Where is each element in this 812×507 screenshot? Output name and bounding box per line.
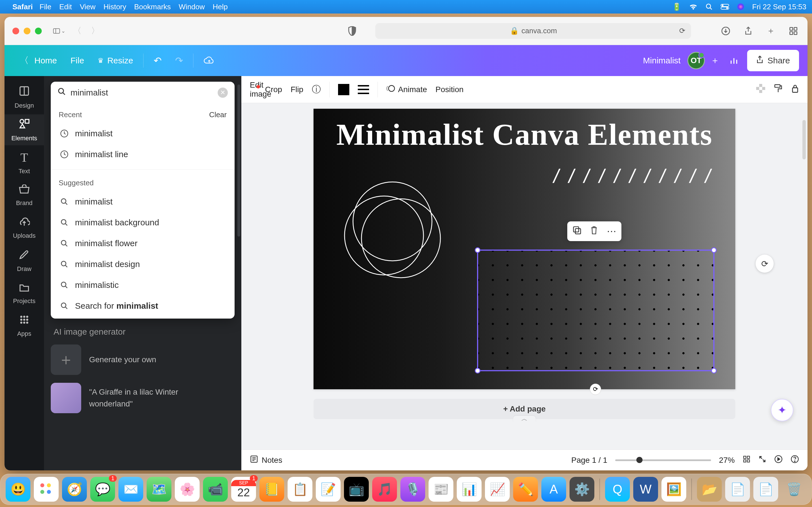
dot-grid-element[interactable] [478, 251, 713, 370]
battery-icon[interactable]: 🔋 [672, 3, 681, 11]
stage-wrap[interactable]: Minimalist Canva Elements / / / / / / / … [241, 103, 808, 450]
menubar-clock[interactable]: Fri 22 Sep 15:53 [752, 3, 806, 11]
selected-element[interactable] [477, 249, 714, 371]
dock-preview[interactable]: 🖼️ [661, 477, 686, 502]
page-indicator[interactable]: Page 1 / 1 [571, 456, 607, 465]
siri-icon[interactable] [737, 3, 744, 10]
dock-trash[interactable]: 🗑️ [781, 477, 806, 502]
dock-pages[interactable]: ✏️ [513, 477, 538, 502]
dock-tv[interactable]: 📺 [344, 477, 369, 502]
share-button[interactable] [742, 25, 755, 37]
menu-file[interactable]: File [40, 3, 51, 11]
menu-bookmarks[interactable]: Bookmarks [134, 3, 171, 11]
delete-button[interactable] [590, 225, 598, 237]
position-button[interactable]: Position [436, 85, 464, 94]
dock-facetime[interactable]: 📹 [203, 477, 228, 502]
zoom-value[interactable]: 27% [719, 456, 735, 465]
close-window-button[interactable] [12, 27, 19, 34]
menu-view[interactable]: View [80, 3, 96, 11]
recent-item[interactable]: minimalist line [59, 144, 227, 165]
suggestion-item[interactable]: minimalist background [59, 212, 227, 233]
lock-button[interactable] [791, 84, 799, 95]
border-style-button[interactable] [358, 85, 369, 94]
menubar-appname[interactable]: Safari [12, 3, 33, 11]
privacy-shield-icon[interactable] [346, 25, 358, 37]
dock-calendar[interactable]: SEP 22 1 [231, 477, 256, 502]
file-menu[interactable]: File [64, 52, 91, 69]
resize-button[interactable]: ♛ Resize [91, 52, 140, 69]
animate-button[interactable]: Animate [386, 84, 427, 95]
present-button[interactable] [774, 455, 783, 465]
dock-numbers[interactable]: 📊 [457, 477, 481, 502]
ai-prompt-card[interactable]: "A Giraffe in a lilac Winter wonderland" [51, 383, 235, 413]
undo-button[interactable]: ↶ [147, 52, 168, 69]
rail-projects[interactable]: Projects [4, 278, 44, 309]
control-center-icon[interactable] [721, 4, 729, 10]
wifi-icon[interactable] [689, 4, 698, 10]
dock-settings[interactable]: ⚙️ [569, 477, 594, 502]
dock-podcasts[interactable]: 🎙️ [400, 477, 425, 502]
search-for-item[interactable]: Search for minimalist [59, 295, 227, 316]
slashes-element[interactable]: / / / / / / / / / / / [553, 165, 713, 187]
duplicate-button[interactable] [572, 226, 581, 237]
fullscreen-window-button[interactable] [35, 27, 42, 34]
dock-mail[interactable]: ✉️ [118, 477, 143, 502]
rail-text[interactable]: T Text [4, 147, 44, 178]
rotate-handle[interactable]: ⟳ [590, 384, 601, 395]
resize-handle-bl[interactable] [475, 368, 480, 374]
notes-button[interactable]: Notes [250, 455, 282, 465]
menu-help[interactable]: Help [213, 3, 227, 11]
rail-uploads[interactable]: Uploads [4, 212, 44, 243]
more-button[interactable]: ⋯ [607, 226, 616, 237]
clear-recent-button[interactable]: Clear [209, 110, 227, 119]
dock-quicktime[interactable]: Q [605, 477, 630, 502]
back-button[interactable]: 〈 [71, 25, 84, 37]
dock-messages[interactable]: 💬1 [90, 477, 115, 502]
page-peek-button[interactable]: ︿ [513, 416, 536, 422]
flip-button[interactable]: Flip [291, 85, 303, 94]
resize-handle-tr[interactable] [711, 247, 717, 253]
color-swatch[interactable] [338, 84, 349, 95]
edit-image-button[interactable]: Edit image [250, 86, 257, 93]
reload-icon[interactable]: ⟳ [679, 26, 686, 35]
dock-reminders[interactable]: 📋 [288, 477, 312, 502]
add-collaborator-button[interactable]: ＋ [708, 54, 722, 67]
canvas-title-text[interactable]: Minimalist Canva Elements [313, 117, 735, 152]
sidebar-toggle-button[interactable]: ⌄ [53, 25, 65, 37]
user-avatar[interactable]: OT [688, 52, 705, 69]
new-tab-button[interactable]: ＋ [765, 25, 777, 37]
regenerate-fab[interactable]: ⟳ [756, 255, 774, 273]
design-canvas[interactable]: Minimalist Canva Elements / / / / / / / … [313, 109, 735, 389]
dock-notes[interactable]: 📝 [316, 477, 341, 502]
url-bar[interactable]: 🔒 canva.com ⟳ [375, 23, 691, 39]
tab-overview-button[interactable] [787, 25, 800, 37]
insights-button[interactable] [725, 52, 743, 69]
dock-finder[interactable]: 😃 [6, 477, 31, 502]
fullscreen-button[interactable] [758, 455, 766, 465]
suggestion-item[interactable]: minimalist [59, 191, 227, 212]
dock-safari[interactable]: 🧭 [62, 477, 87, 502]
ai-generate-card[interactable]: ＋ Generate your own [51, 344, 235, 375]
suggestion-item[interactable]: minimalist flower [59, 233, 227, 254]
resize-handle-br[interactable] [711, 368, 717, 374]
panel-scrollbar[interactable] [238, 84, 240, 237]
spotlight-icon[interactable] [705, 3, 713, 10]
rail-elements[interactable]: Elements [4, 114, 44, 145]
dock-appstore[interactable]: A [541, 477, 566, 502]
canvas-scrollbar[interactable] [802, 120, 806, 159]
info-button[interactable]: ⓘ [312, 83, 321, 96]
circles-element[interactable] [336, 173, 449, 286]
suggestion-item[interactable]: minimalist design [59, 254, 227, 275]
menu-history[interactable]: History [103, 3, 126, 11]
dock-word[interactable]: W [633, 477, 658, 502]
cloud-sync-icon[interactable] [197, 52, 221, 69]
zoom-thumb[interactable] [637, 457, 643, 463]
minimize-window-button[interactable] [24, 27, 31, 34]
transparency-button[interactable] [756, 84, 765, 95]
menu-edit[interactable]: Edit [59, 3, 72, 11]
dock-file[interactable]: 📄 [753, 477, 778, 502]
rail-draw[interactable]: Draw [4, 245, 44, 276]
dock-photos[interactable]: 🌸 [175, 477, 200, 502]
rail-apps[interactable]: Apps [4, 311, 44, 341]
magic-fab[interactable]: ✦ [771, 399, 794, 421]
